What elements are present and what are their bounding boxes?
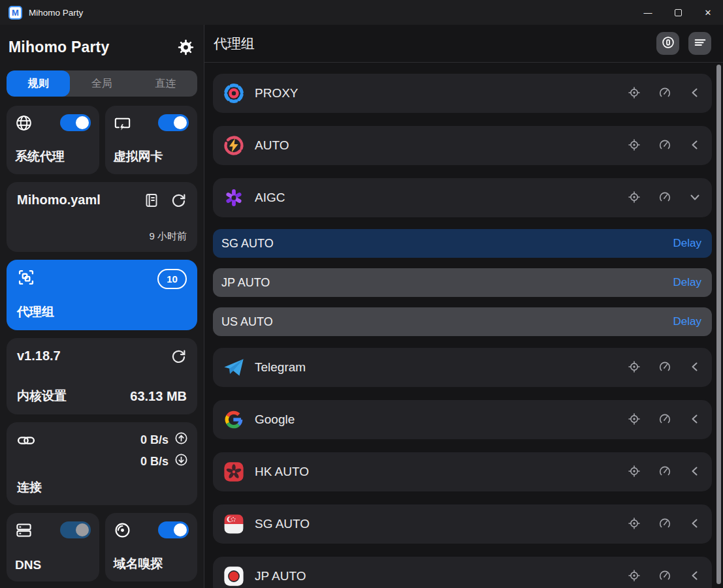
gauge-icon — [658, 517, 671, 532]
locate-node-button[interactable] — [628, 569, 641, 584]
proxy-group-row[interactable]: Telegram — [213, 348, 712, 387]
sniff-card[interactable]: 域名嗅探 — [105, 513, 198, 581]
proxy-group-row[interactable]: JP AUTO — [213, 557, 712, 588]
outbound-mode-tabs: 规则 全局 直连 — [7, 70, 197, 97]
globe-icon — [15, 114, 33, 134]
scrollbar-track[interactable] — [716, 63, 721, 588]
chevron-left-icon — [689, 361, 701, 375]
node-delay-button[interactable]: Delay — [673, 237, 701, 250]
dns-card[interactable]: DNS — [7, 513, 99, 581]
google-icon — [223, 409, 245, 431]
tab-rule[interactable]: 规则 — [7, 70, 70, 97]
proxy-group-row[interactable]: HK AUTO — [213, 452, 712, 491]
group-name: SG AUTO — [255, 517, 310, 531]
connections-card[interactable]: 0 B/s 0 B/s — [7, 422, 197, 505]
pause-delay-test-button[interactable] — [656, 32, 679, 55]
node-delay-button[interactable]: Delay — [673, 315, 701, 328]
text-lines-icon — [693, 35, 707, 52]
node-delay-button[interactable]: Delay — [673, 276, 701, 289]
list-style-button[interactable] — [688, 32, 711, 55]
tun-label: 虚拟网卡 — [114, 148, 189, 165]
profile-updated-time: 9 小时前 — [17, 230, 187, 243]
expand-toggle-button[interactable] — [689, 413, 701, 427]
system-proxy-toggle[interactable] — [60, 114, 91, 131]
proxy-group-row[interactable]: Google — [213, 400, 712, 439]
core-memory-usage: 63.13 MB — [130, 389, 187, 404]
settings-gear-icon[interactable] — [177, 39, 195, 56]
auto-icon — [223, 134, 245, 157]
core-settings-card[interactable]: v1.18.7 内核设置 63.13 MB — [7, 338, 197, 414]
proxy-icon — [223, 82, 245, 104]
proxy-node-row[interactable]: US AUTODelay — [213, 307, 712, 336]
sniff-toggle[interactable] — [158, 521, 189, 538]
close-button[interactable]: ✕ — [693, 0, 723, 25]
locate-node-button[interactable] — [628, 86, 641, 101]
delay-test-button[interactable] — [658, 465, 671, 480]
dns-label: DNS — [15, 558, 91, 572]
expand-toggle-button[interactable] — [689, 570, 701, 583]
page-title: 代理组 — [214, 35, 255, 53]
app-logo-icon: M — [8, 6, 22, 20]
expand-toggle-button[interactable] — [689, 361, 701, 375]
locate-node-button[interactable] — [628, 517, 641, 532]
gauge-icon — [658, 360, 671, 375]
delay-test-button[interactable] — [658, 191, 671, 206]
node-name: JP AUTO — [221, 276, 270, 290]
expand-toggle-button[interactable] — [689, 87, 701, 101]
gauge-icon — [658, 465, 671, 480]
proxy-groups-card[interactable]: 10 代理组 — [7, 260, 197, 330]
system-proxy-card[interactable]: 系统代理 — [7, 106, 99, 174]
window-title: Mihomo Party — [29, 8, 83, 18]
proxy-group-row[interactable]: AIGC — [213, 178, 712, 217]
delay-test-button[interactable] — [658, 569, 671, 584]
dns-toggle[interactable] — [60, 521, 91, 538]
core-refresh-icon[interactable] — [170, 348, 187, 364]
delay-test-button[interactable] — [658, 517, 671, 532]
minimize-button[interactable]: — — [633, 0, 663, 25]
crosshair-icon — [628, 412, 641, 427]
proxy-node-row[interactable]: SG AUTODelay — [213, 229, 712, 258]
scrollbar-thumb[interactable] — [716, 65, 721, 584]
flag_hk-icon — [223, 461, 245, 483]
locate-node-button[interactable] — [628, 138, 641, 153]
sidebar-app-title: Mihomo Party — [8, 39, 109, 56]
expand-toggle-button[interactable] — [689, 518, 701, 531]
dns-server-icon — [15, 521, 33, 542]
proxy-group-row[interactable]: SG AUTO — [213, 504, 712, 544]
system-proxy-label: 系统代理 — [15, 148, 91, 165]
profile-document-icon[interactable] — [144, 193, 159, 208]
proxy-group-row[interactable]: AUTO — [213, 126, 712, 165]
proxy-node-row[interactable]: JP AUTODelay — [213, 268, 712, 297]
tab-direct[interactable]: 直连 — [134, 70, 197, 97]
locate-node-button[interactable] — [628, 412, 641, 427]
chevron-left-icon — [689, 87, 701, 101]
profile-name: Mihomo.yaml — [17, 193, 144, 208]
group-name: AUTO — [255, 138, 289, 153]
profile-card[interactable]: Mihomo.yaml — [7, 182, 197, 252]
expand-toggle-button[interactable] — [689, 191, 701, 205]
delay-test-button[interactable] — [658, 360, 671, 375]
profile-refresh-icon[interactable] — [170, 192, 187, 208]
sniffer-radar-icon — [114, 521, 131, 542]
app-window: M Mihomo Party — ✕ Mihomo Party — [0, 0, 723, 588]
delay-test-button[interactable] — [658, 412, 671, 427]
expand-toggle-button[interactable] — [689, 139, 701, 153]
tun-toggle[interactable] — [158, 114, 189, 131]
delay-test-button[interactable] — [658, 138, 671, 153]
locate-node-button[interactable] — [628, 191, 641, 206]
expand-toggle-button[interactable] — [689, 465, 701, 479]
sidebar: Mihomo Party — [0, 25, 204, 588]
telegram-icon — [223, 356, 245, 379]
delay-test-button[interactable] — [658, 86, 671, 101]
locate-node-button[interactable] — [628, 360, 641, 375]
maximize-button[interactable] — [663, 0, 693, 25]
upload-speed: 0 B/s — [140, 433, 169, 447]
tab-global[interactable]: 全局 — [70, 70, 133, 97]
locate-node-button[interactable] — [628, 465, 641, 480]
proxy-group-row[interactable]: PROXY — [213, 74, 712, 113]
tun-card[interactable]: 虚拟网卡 — [105, 106, 198, 174]
crosshair-icon — [628, 360, 641, 375]
chevron-down-icon — [689, 191, 701, 205]
upload-arrow-icon — [174, 431, 188, 448]
node-name: SG AUTO — [221, 237, 274, 251]
